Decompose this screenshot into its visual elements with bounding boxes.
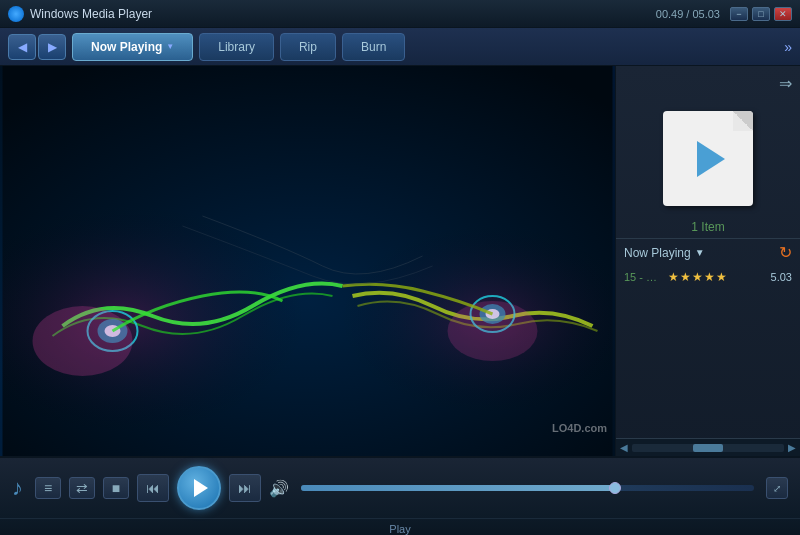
svg-rect-2 — [3, 66, 613, 456]
star-1: ★ — [668, 270, 679, 284]
maximize-button[interactable]: □ — [752, 7, 770, 21]
playback-time: 00.49 / 05.03 — [656, 8, 720, 20]
thumbnail-play-icon — [697, 141, 725, 177]
forward-button[interactable]: ▶ — [38, 34, 66, 60]
window-controls: − □ ✕ — [730, 7, 792, 21]
previous-button[interactable]: ⏮ — [137, 474, 169, 502]
play-triangle-icon — [194, 479, 208, 497]
volume-slider[interactable] — [301, 485, 754, 491]
track-stars: ★ ★ ★ ★ ★ — [668, 270, 727, 284]
main-content: LO4D.com ⇒ 1 Item Now Playing ▼ ↻ 15 - …… — [0, 66, 800, 456]
star-3: ★ — [692, 270, 703, 284]
now-playing-row: Now Playing ▼ ↻ — [616, 238, 800, 266]
playlist-button[interactable]: ≡ — [35, 477, 61, 499]
track-name: 15 - … — [624, 271, 664, 283]
tab-rip[interactable]: Rip — [280, 33, 336, 61]
track-duration: 5.03 — [771, 271, 792, 283]
status-text: Play — [389, 523, 410, 535]
stop-button[interactable]: ■ — [103, 477, 129, 499]
track-row: 15 - … ★ ★ ★ ★ ★ 5.03 — [616, 266, 800, 288]
sidebar-thumbnail — [616, 101, 800, 216]
play-button[interactable] — [177, 466, 221, 510]
svg-point-10 — [448, 301, 538, 361]
scroll-left-icon[interactable]: ◀ — [620, 442, 628, 453]
fullscreen-button[interactable]: ⤢ — [766, 477, 788, 499]
minimize-button[interactable]: − — [730, 7, 748, 21]
now-playing-chevron: ▼ — [166, 42, 174, 51]
volume-fill — [301, 485, 618, 491]
volume-thumb[interactable] — [609, 482, 621, 494]
shuffle-button[interactable]: ⇄ — [69, 477, 95, 499]
tab-burn[interactable]: Burn — [342, 33, 405, 61]
track-thumbnail — [663, 111, 753, 206]
status-bar: Play — [0, 518, 800, 535]
svg-point-9 — [33, 306, 133, 376]
sidebar-scrollbar: ◀ ▶ — [616, 438, 800, 456]
volume-icon[interactable]: 🔊 — [269, 479, 289, 498]
scroll-track[interactable] — [632, 444, 784, 452]
back-button[interactable]: ◀ — [8, 34, 36, 60]
controls-bar: ♪ ≡ ⇄ ■ ⏮ ⏭ 🔊 ⤢ — [0, 456, 800, 518]
more-tabs-button[interactable]: » — [784, 39, 792, 55]
sidebar: ⇒ 1 Item Now Playing ▼ ↻ 15 - … ★ ★ ★ ★ … — [615, 66, 800, 456]
now-playing-chevron-icon[interactable]: ▼ — [695, 247, 705, 258]
back-forward-controls: ◀ ▶ — [8, 34, 66, 60]
refresh-icon[interactable]: ↻ — [779, 243, 792, 262]
app-icon — [8, 6, 24, 22]
sidebar-header: ⇒ — [616, 66, 800, 101]
visualizer: LO4D.com — [0, 66, 615, 456]
tab-library[interactable]: Library — [199, 33, 274, 61]
tab-now-playing[interactable]: Now Playing ▼ — [72, 33, 193, 61]
music-note-icon: ♪ — [12, 475, 23, 501]
nav-bar: ◀ ▶ Now Playing ▼ Library Rip Burn » — [0, 28, 800, 66]
star-4: ★ — [704, 270, 715, 284]
star-2: ★ — [680, 270, 691, 284]
item-count: 1 Item — [616, 216, 800, 238]
next-button[interactable]: ⏭ — [229, 474, 261, 502]
app-title: Windows Media Player — [30, 7, 656, 21]
star-5: ★ — [716, 270, 727, 284]
scroll-thumb[interactable] — [693, 444, 723, 452]
title-bar: Windows Media Player 00.49 / 05.03 − □ ✕ — [0, 0, 800, 28]
now-playing-label[interactable]: Now Playing — [624, 246, 691, 260]
scroll-right-icon[interactable]: ▶ — [788, 442, 796, 453]
watermark: LO4D.com — [552, 422, 607, 434]
close-button[interactable]: ✕ — [774, 7, 792, 21]
sidebar-scroll-area — [616, 288, 800, 438]
sidebar-arrow-icon[interactable]: ⇒ — [779, 74, 792, 93]
